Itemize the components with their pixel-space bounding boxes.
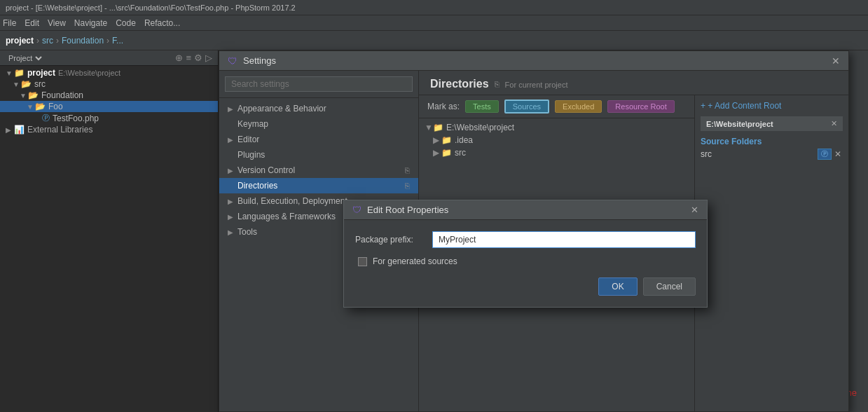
menu-refactor[interactable]: Refacto... [144, 18, 180, 28]
dir-tree-idea[interactable]: ▶ 📁 .idea [419, 134, 694, 146]
expand-arrow: ▼ [6, 69, 13, 77]
library-icon: 📊 [14, 125, 25, 135]
tree-item-src[interactable]: ▼ 📂 src [0, 78, 218, 90]
dt-folder-icon: 📁 [433, 123, 443, 132]
folder-icon-foundation: 📂 [28, 90, 39, 100]
menu-navigate[interactable]: Navigate [74, 18, 107, 28]
dir-tree-src[interactable]: ▶ 📁 src [419, 146, 694, 159]
settings-close-button[interactable]: ✕ [832, 55, 840, 67]
project-panel-header: Project ⊕ ≡ ⚙ ▷ [0, 50, 218, 66]
php-file-icon: Ⓟ [42, 113, 50, 123]
menu-edit[interactable]: Edit [25, 18, 39, 28]
dt-label-src: src [455, 148, 466, 158]
edit-root-properties-dialog: 🛡 Edit Root Properties ✕ Package prefix:… [343, 200, 708, 308]
package-prefix-input[interactable] [432, 231, 696, 248]
mark-excluded-button[interactable]: Excluded [555, 100, 602, 113]
add-content-root-button[interactable]: + + Add Content Root [701, 101, 843, 111]
plus-icon: + [701, 101, 705, 111]
tree-item-foundation[interactable]: ▼ 📂 Foundation [0, 90, 218, 101]
nav-plugins[interactable]: Plugins [219, 147, 418, 163]
nav-arrow-icon: ▶ [228, 198, 237, 205]
tree-label-project: project [27, 68, 55, 78]
settings-title: Settings [243, 55, 276, 66]
source-folders-panel: + + Add Content Root E:\Website\project … [694, 95, 848, 411]
nav-dir-icon: ⎘ [405, 181, 410, 190]
dt-label-idea: .idea [455, 135, 473, 145]
nav-version-control[interactable]: ▶ Version Control ⎘ [219, 163, 418, 178]
breadcrumb-project[interactable]: project [6, 36, 34, 46]
expand-icon[interactable]: ≡ [186, 53, 191, 63]
tree-label-foundation: Foundation [41, 90, 83, 100]
settings-panel-subtitle: For current project [505, 81, 568, 89]
menu-view[interactable]: View [48, 18, 66, 28]
nav-arrow-icon: ▶ [228, 167, 237, 174]
nav-label-directories: Directories [237, 181, 405, 191]
add-content-root-label: + Add Content Root [708, 101, 781, 111]
settings-icon[interactable]: ⚙ [194, 53, 202, 63]
dir-tree-project-root[interactable]: ▼ 📁 E:\Website\project [419, 121, 694, 134]
nav-label-vc: Version Control [237, 165, 405, 175]
source-folder-src-label: src [701, 149, 712, 159]
expand-arrow-src: ▼ [13, 81, 20, 88]
nav-label-appearance: Appearance & Behavior [237, 104, 410, 114]
source-panel-path-bar: E:\Website\project ✕ [701, 116, 843, 131]
project-tree: ▼ 📁 project E:\Website\project ▼ 📂 src ▼… [0, 66, 218, 412]
folder-icon-foo: 📂 [35, 102, 46, 111]
source-folder-edit-button[interactable]: Ⓟ [818, 149, 832, 160]
modal-ok-button[interactable]: OK [598, 277, 637, 296]
source-panel-close-icon[interactable]: ✕ [831, 119, 837, 128]
expand-arrow-extlibs: ▶ [6, 126, 13, 134]
nav-appearance-behavior[interactable]: ▶ Appearance & Behavior [219, 101, 418, 116]
tree-item-extlibs[interactable]: ▶ 📊 External Libraries [0, 124, 218, 135]
modal-close-button[interactable]: ✕ [691, 205, 698, 215]
project-view-dropdown[interactable]: Project [6, 53, 44, 63]
nav-label-keymap: Keymap [237, 119, 410, 129]
add-icon[interactable]: ⊕ [175, 53, 183, 63]
ide-titlebar: project - [E:\Website\project] - ...\src… [0, 0, 868, 15]
run-icon[interactable]: ▷ [205, 53, 212, 63]
settings-search-input[interactable] [225, 76, 413, 92]
nav-directories[interactable]: Directories ⎘ [219, 178, 418, 193]
nav-editor[interactable]: ▶ Editor [219, 132, 418, 147]
breadcrumb-f[interactable]: F... [112, 36, 123, 46]
source-folders-label: Source Folders [701, 137, 843, 146]
expand-arrow-foo: ▼ [27, 103, 34, 111]
settings-panel-header: Directories ⎘ For current project [419, 71, 848, 95]
source-folder-delete-button[interactable]: ✕ [833, 149, 843, 159]
settings-panel-icon: ⎘ [495, 80, 500, 88]
settings-panel-title: Directories [430, 78, 489, 90]
nav-keymap[interactable]: Keymap [219, 116, 418, 132]
tree-item-project[interactable]: ▼ 📁 project E:\Website\project [0, 67, 218, 78]
breadcrumb-foundation[interactable]: Foundation [62, 36, 104, 46]
modal-cancel-button[interactable]: Cancel [643, 277, 696, 296]
generated-sources-label: For generated sources [373, 256, 457, 266]
menu-code[interactable]: Code [116, 18, 136, 28]
dt-folder-icon-src: 📁 [441, 148, 452, 158]
folder-icon: 📁 [14, 68, 25, 78]
tree-label-foo: Foo [48, 102, 63, 111]
tree-item-foo[interactable]: ▼ 📂 Foo [0, 101, 218, 112]
modal-buttons: OK Cancel [355, 277, 696, 296]
settings-titlebar: 🛡 Settings ✕ [219, 51, 848, 71]
mark-resource-button[interactable]: Resource Root [607, 100, 674, 113]
menu-file[interactable]: File [3, 18, 16, 28]
source-panel-path-label: E:\Website\project [706, 120, 773, 128]
nav-copy-icon: ⎘ [405, 166, 410, 174]
dt-expand-icon: ▶ [433, 148, 441, 158]
dt-expand-icon: ▼ [425, 123, 433, 132]
modal-titlebar: 🛡 Edit Root Properties ✕ [344, 200, 707, 220]
tree-item-testfoo[interactable]: Ⓟ TestFoo.php [0, 112, 218, 124]
dt-folder-icon-idea: 📁 [441, 135, 452, 145]
modal-title: Edit Root Properties [367, 205, 448, 215]
modal-body: Package prefix: For generated sources OK… [344, 220, 707, 307]
nav-arrow-icon: ▶ [228, 105, 237, 113]
ide-menubar: File Edit View Navigate Code Refacto... [0, 15, 868, 31]
settings-search-area [219, 71, 418, 98]
mark-sources-button[interactable]: Sources [504, 99, 549, 114]
breadcrumb-src[interactable]: src [42, 36, 53, 46]
ide-toolbar: project › src › Foundation › F... [0, 31, 868, 50]
tree-label-extlibs: External Libraries [27, 125, 92, 135]
nav-arrow-icon: ▶ [228, 136, 237, 144]
mark-tests-button[interactable]: Tests [465, 100, 499, 113]
generated-sources-checkbox[interactable] [358, 257, 367, 266]
